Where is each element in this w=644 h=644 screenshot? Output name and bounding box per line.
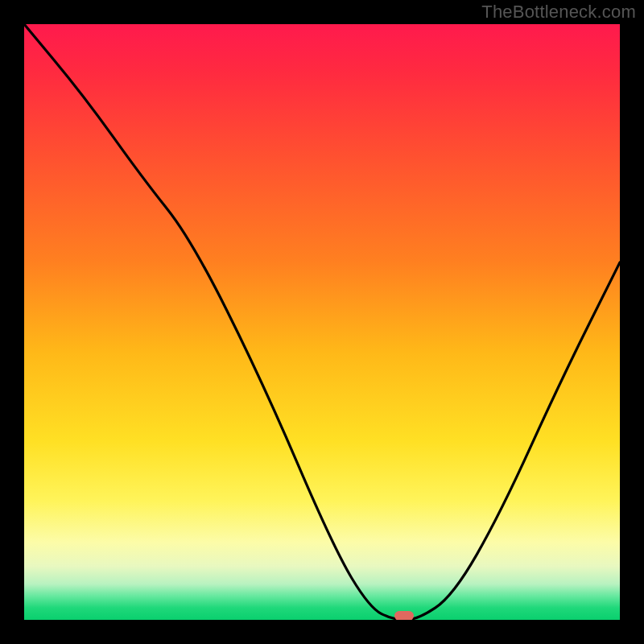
chart-frame: TheBottleneck.com bbox=[0, 0, 644, 644]
bottleneck-curve bbox=[24, 24, 620, 620]
plot-area bbox=[24, 24, 620, 620]
watermark-text: TheBottleneck.com bbox=[481, 2, 636, 23]
optimum-marker bbox=[394, 611, 414, 620]
